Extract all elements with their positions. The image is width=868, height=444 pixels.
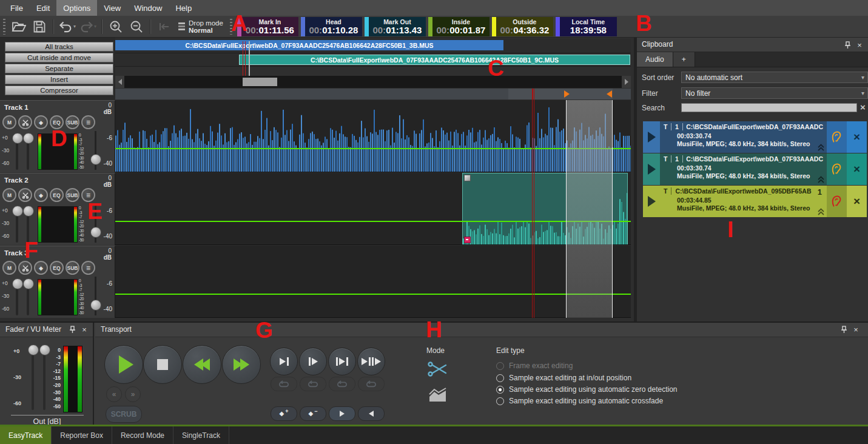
save-button[interactable] — [30, 18, 49, 35]
menu-help[interactable]: Help — [169, 0, 198, 16]
time-display-outside[interactable]: Outside 00:04:36.32 — [492, 17, 553, 36]
tab-reporter-box[interactable]: Reporter Box — [52, 426, 112, 444]
item-close-button[interactable]: × — [847, 153, 867, 185]
envelope-mode-button[interactable] — [428, 387, 448, 403]
redo-button[interactable]: ▾ — [79, 18, 97, 35]
drop-mode-control[interactable]: Drop modeNormal — [178, 19, 223, 34]
search-clear-icon[interactable]: × — [860, 102, 866, 112]
tab-add[interactable]: + — [673, 52, 695, 67]
compressor-button[interactable]: Compressor — [5, 86, 113, 95]
menu-options[interactable]: Options — [56, 0, 97, 16]
cut-scissors-button[interactable] — [18, 261, 32, 275]
menu-window[interactable]: Window — [127, 0, 169, 16]
prelisten-ear-button[interactable] — [827, 121, 847, 153]
item-close-button[interactable]: × — [847, 186, 867, 217]
item-play-button[interactable] — [643, 153, 660, 185]
prev-marker-button[interactable] — [358, 406, 385, 421]
out-fader-knob-right[interactable] — [39, 345, 50, 355]
item-play-button[interactable] — [643, 121, 660, 153]
add-marker-button[interactable]: ◆+ — [271, 406, 297, 421]
play-button[interactable] — [104, 345, 143, 384]
overview-cursor-line[interactable] — [249, 41, 250, 76]
clip-trim-handle[interactable] — [464, 237, 471, 243]
gain-knob[interactable] — [23, 133, 34, 144]
clipboard-item-1[interactable]: T 1 C:\BCSData\FullExport\webDA_07F93AAA… — [643, 121, 868, 153]
pan-knob[interactable] — [12, 206, 23, 217]
play-to-cursor-button[interactable] — [270, 348, 298, 375]
clipboard-item-2[interactable]: T 1 C:\BCSData\FullExport\webDA_07F93AAA… — [643, 153, 868, 185]
pan-knob[interactable] — [12, 278, 23, 289]
mute-button[interactable]: M — [2, 115, 16, 129]
selection-end-marker[interactable] — [607, 90, 612, 98]
cut-scissors-button[interactable] — [18, 188, 32, 202]
item-info[interactable]: T 1 C:\BCSData\FullExport\webDA_07F93AAA… — [660, 153, 827, 185]
cut-scissors-button[interactable] — [18, 115, 32, 129]
play-around-cut-button[interactable] — [357, 348, 385, 375]
eq-button[interactable]: EQ — [50, 261, 64, 275]
cut-mode-button[interactable] — [428, 362, 448, 377]
playhead-line[interactable] — [532, 89, 533, 318]
cut-inside-and-move-button[interactable]: Cut inside and move — [5, 53, 113, 62]
out-fader-track-left[interactable] — [32, 347, 34, 410]
menu-edit[interactable]: Edit — [30, 0, 56, 16]
level-fader-knob[interactable] — [90, 154, 101, 165]
item-close-button[interactable]: × — [847, 121, 867, 153]
tab-audio[interactable]: Audio — [637, 52, 673, 67]
track-lane-2[interactable] — [115, 173, 631, 245]
menu-file[interactable]: File — [4, 0, 30, 16]
separate-button[interactable]: Separate — [5, 64, 113, 73]
overview-clip-bottom[interactable]: C:\BCSData\FullExport\webDA_07F93AAADC25… — [239, 55, 630, 65]
selection-start-marker[interactable] — [564, 90, 570, 98]
close-icon[interactable]: × — [79, 325, 89, 334]
time-display-mark-out[interactable]: Mark Out 00:01:13.43 — [365, 17, 426, 36]
toolbar-grip[interactable] — [3, 19, 5, 35]
tab-singletrack[interactable]: SingleTrack — [173, 426, 229, 444]
search-input[interactable] — [682, 104, 859, 113]
diamond-button[interactable]: ◆ — [34, 188, 48, 202]
prelisten-ear-button[interactable] — [827, 186, 847, 217]
time-display-inside[interactable]: Inside 00:00:01.87 — [428, 17, 490, 36]
collapse-chevron-icon[interactable] — [817, 176, 825, 183]
undo-dropdown-caret[interactable]: ▾ — [73, 24, 76, 29]
pan-knob[interactable] — [12, 133, 23, 144]
overview-playhead-line[interactable] — [245, 41, 246, 76]
pin-icon[interactable] — [843, 40, 852, 50]
time-selection-overlay[interactable] — [566, 100, 613, 318]
clip-fade-handle[interactable] — [464, 175, 471, 181]
overview-playhead-line[interactable] — [243, 41, 243, 76]
out-fader-knob-left[interactable] — [28, 345, 39, 355]
zoom-in-button[interactable] — [107, 18, 125, 35]
tab-easytrack[interactable]: EasyTrack — [0, 426, 52, 444]
playhead-line[interactable] — [534, 89, 534, 318]
filter-select[interactable]: No filter — [681, 87, 868, 99]
insert-button[interactable]: Insert — [5, 75, 113, 84]
time-display-head[interactable]: Head 00:01:10.28 — [301, 17, 362, 36]
diamond-button[interactable]: ◆ — [34, 115, 48, 129]
gain-knob[interactable] — [23, 206, 34, 217]
mute-button[interactable]: M — [2, 261, 16, 275]
item-play-button[interactable] — [643, 186, 660, 217]
eq-button[interactable]: EQ — [50, 188, 64, 202]
stop-button[interactable] — [143, 345, 182, 384]
pin-icon[interactable] — [67, 325, 77, 334]
play-from-cursor-button[interactable] — [299, 348, 327, 375]
close-icon[interactable]: × — [851, 325, 861, 334]
track-lane-1[interactable] — [115, 100, 631, 172]
sub-button[interactable]: SUB — [66, 188, 79, 202]
mute-button[interactable]: M — [2, 188, 16, 202]
next-marker-button[interactable] — [329, 406, 355, 421]
item-info[interactable]: T 1 C:\BCSData\FullExport\webDA_07F93AAA… — [660, 121, 827, 153]
remove-marker-button[interactable]: ◆− — [300, 406, 326, 421]
out-fader-track-right[interactable] — [43, 347, 45, 410]
timeline-ruler[interactable] — [115, 89, 631, 99]
track-menu-button[interactable]: ≡ — [81, 261, 95, 275]
diamond-button[interactable]: ◆ — [34, 261, 48, 275]
pin-icon[interactable] — [839, 325, 849, 334]
clipboard-item-3[interactable]: T C:\BCSData\FullExport\webDA_095DBF65AB… — [643, 186, 868, 217]
track-lane-3[interactable] — [115, 246, 631, 318]
sort-order-select[interactable]: No automatic sort — [681, 72, 868, 83]
scroll-left-arrow[interactable] — [115, 76, 124, 88]
zoom-out-button[interactable] — [127, 18, 146, 35]
level-fader-knob[interactable] — [90, 227, 101, 238]
radio-sample-exact-crossfade[interactable]: Sample exact editing using automatic cro… — [496, 397, 663, 405]
